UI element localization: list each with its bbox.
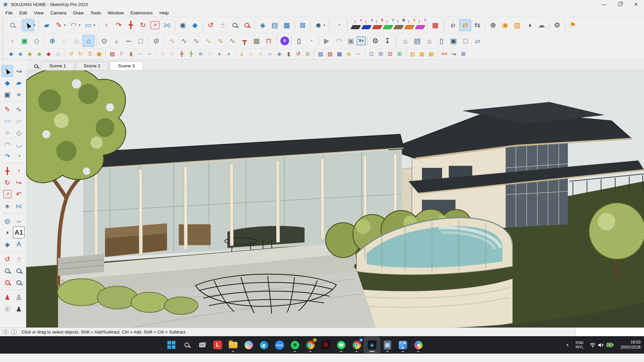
instructor-info-icon[interactable]: i [11, 329, 17, 335]
horseshoe-x-icon[interactable]: ∩ [256, 50, 265, 58]
soften-edges-icon-1[interactable]: ∿ [166, 35, 178, 47]
pan-tool[interactable]: ☝ [13, 253, 24, 265]
zoom-tool[interactable] [2, 265, 13, 277]
pie-tool[interactable]: ◔ [13, 150, 24, 162]
search-button[interactable] [179, 337, 195, 353]
zoom-tool[interactable] [229, 19, 241, 31]
eraser-tool[interactable]: ▰ [13, 77, 24, 88]
menu-camera[interactable]: Camera [47, 10, 70, 16]
two-point-arc-tool[interactable]: ◡ [13, 138, 24, 150]
curic-swoosh-icon[interactable]: ↺ [66, 50, 76, 58]
move-tool[interactable]: ╋ [125, 19, 137, 31]
pan-tool[interactable]: ☝ [217, 19, 229, 31]
hatch-square-icon-3[interactable]: ▩ [427, 50, 436, 58]
style-backedges-icon[interactable]: ▲ [110, 35, 122, 47]
layer-up-f-icon[interactable]: ↑F [415, 20, 426, 30]
enscape-start-icon[interactable]: ⊕ [487, 19, 499, 31]
offset-tool[interactable]: ◉ [177, 19, 189, 31]
layout-table-icon[interactable]: ▦ [429, 19, 441, 31]
style-monochrome-icon[interactable]: ⊘ [150, 35, 162, 47]
scale-tool[interactable]: ↗ [151, 21, 159, 29]
enscape-camera-sync-icon[interactable]: ⇆ [471, 19, 483, 31]
mesh-grid-icon[interactable]: ▦ [251, 35, 263, 47]
axes-compass-tool[interactable]: ◈ [2, 238, 13, 250]
cone-icon[interactable]: ▲ [237, 50, 247, 58]
freehand-tool[interactable]: ∿ [13, 103, 24, 115]
layer-up-j-icon[interactable]: ↑J [361, 20, 372, 30]
line-tool[interactable]: ✎ [53, 19, 65, 31]
red-path-dots-icon[interactable]: ∴ [158, 50, 168, 58]
orbit-tool[interactable]: ↺ [205, 19, 217, 31]
tray-clock[interactable]: 16:53 20/02/2026 [617, 340, 641, 350]
scene-tab-2[interactable]: Scene 2 [75, 61, 109, 70]
gear-purple-icon[interactable]: ⚙ [369, 35, 381, 47]
photos-app[interactable]: ▲ [395, 337, 411, 353]
enscape-favorites-icon[interactable]: ⚑ [567, 19, 579, 31]
section-house-icon-3[interactable]: ⌂ [83, 35, 95, 47]
edge-app[interactable]: e [256, 337, 272, 353]
pushpull-tool[interactable]: ↑ [13, 165, 24, 177]
si-diamond-green-icon[interactable]: ◆ [35, 50, 44, 58]
cube-download-icon[interactable]: ↧ [381, 35, 393, 47]
horseshoe-striped-icon[interactable]: ∩ [265, 50, 275, 58]
flag-icon[interactable]: ⚐ [117, 50, 126, 58]
view-right-icon[interactable]: ▯ [435, 35, 447, 47]
blue-path-dots-icon[interactable]: ∴ [168, 50, 177, 58]
axes-tool[interactable]: ∗ [2, 200, 13, 212]
bracket-tool-icon[interactable]: ⊓ [263, 35, 275, 47]
viewport-3d[interactable] [26, 70, 644, 327]
rotated-rectangle-tool[interactable]: ▱ [13, 115, 24, 127]
line-tool[interactable]: ✎ [2, 103, 13, 115]
layer-up-x-icon[interactable]: ↑X [404, 20, 415, 30]
sandbox-skin-icon[interactable]: ◗ [6, 35, 18, 47]
arc-tool[interactable]: ◠ [2, 138, 13, 150]
view-front-icon[interactable]: ⌂ [423, 35, 435, 47]
quad-arrow-icon[interactable]: ◈ [275, 50, 284, 58]
eraser-tool[interactable]: ▰ [41, 19, 53, 31]
arc-tool-dropdown-caret[interactable]: ▾ [79, 23, 82, 27]
view-plan-icon[interactable]: ▱ [472, 35, 484, 47]
select-tool[interactable] [22, 19, 34, 31]
minimize-button[interactable]: — [596, 0, 612, 9]
style-shaded-icon[interactable]: □ [135, 35, 147, 47]
fredoscale-icon-1[interactable]: ∿ [202, 35, 214, 47]
three-d-text-tool[interactable]: A [13, 238, 24, 250]
sandbox-stamp-icon[interactable]: ▣ [18, 35, 31, 47]
paintbucket-tool[interactable]: ◆ [189, 19, 201, 31]
text-tool[interactable]: A1 [13, 227, 24, 238]
followme-tool[interactable]: ↪ [13, 177, 24, 188]
zoom-app[interactable]: zoom [272, 337, 287, 353]
enscape-sync-icon[interactable]: ⇄ [459, 19, 471, 31]
select-tool[interactable] [2, 65, 13, 77]
section-plane-tool[interactable]: ◈ [257, 19, 269, 31]
x-marks-icon[interactable]: ×× [440, 50, 449, 58]
paintbucket-tool[interactable]: ◆ [2, 77, 13, 88]
display-section-fill-icon[interactable]: ⊠ [297, 19, 309, 31]
layer-up-n-icon[interactable]: ↑N [393, 20, 404, 30]
task-view-button[interactable] [195, 337, 210, 353]
rectangle-tool[interactable]: ▭ [2, 115, 13, 127]
measurements-box[interactable] [575, 328, 644, 336]
fredo-pin-icon[interactable]: ┳ [238, 35, 251, 47]
menu-tools[interactable]: Tools [87, 10, 105, 16]
section-house-icon-1[interactable]: ⌂ [58, 35, 70, 47]
green-cross-icon[interactable]: ╋ [186, 50, 196, 58]
flip-tool[interactable]: ⋈ [13, 200, 24, 212]
cube-edit-icon-2[interactable]: ▨ [325, 50, 335, 58]
chrome-app[interactable] [303, 337, 318, 353]
search-scenes-icon[interactable] [31, 64, 41, 68]
sign-in-avatar-icon[interactable]: ☻ [312, 19, 324, 31]
view-iso-icon[interactable]: ⌂ [399, 35, 411, 47]
red-cross-icon[interactable]: ╋ [177, 50, 186, 58]
previous-view-tool[interactable] [13, 277, 24, 288]
lasso-tool[interactable]: ↝ [13, 65, 24, 77]
start-button[interactable] [164, 337, 179, 353]
horseshoe-icon[interactable]: ∩ [247, 50, 256, 58]
offset-tool[interactable]: ↶ [13, 188, 24, 200]
netflix-app[interactable]: N [318, 337, 333, 353]
enscape-view-icon[interactable]: ◉ [499, 19, 511, 31]
zoom-window-tool[interactable] [13, 265, 24, 277]
mirror-tool[interactable]: ⋈ [161, 19, 173, 31]
rectangle-tool-dropdown-caret[interactable]: ▾ [94, 23, 97, 27]
look-around-tool[interactable]: ☉ [2, 303, 13, 315]
